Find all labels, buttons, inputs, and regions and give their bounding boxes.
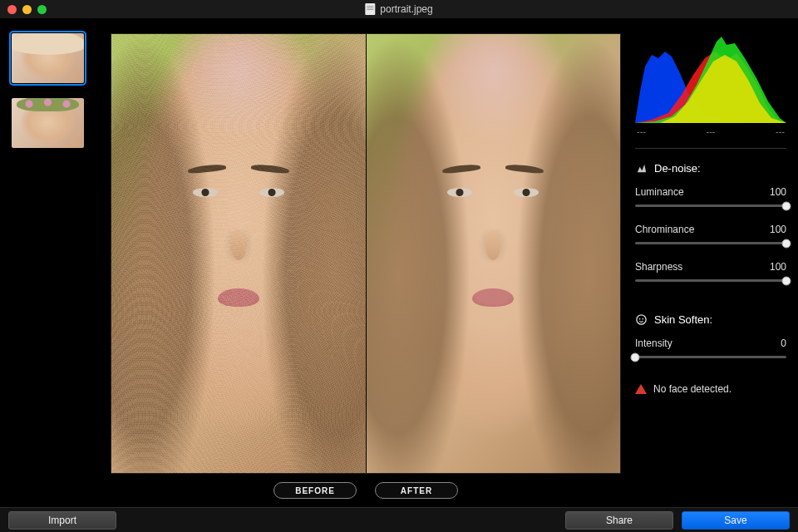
- denoise-icon: [635, 162, 648, 175]
- chrominance-slider-block: Chrominance 100: [635, 224, 786, 244]
- luminance-label: Luminance: [635, 186, 684, 198]
- histogram[interactable]: [635, 33, 786, 123]
- chrominance-slider[interactable]: [635, 242, 786, 244]
- share-button[interactable]: Share: [565, 511, 673, 530]
- filename-label: portrait.jpeg: [380, 3, 432, 15]
- sharpness-value: 100: [770, 261, 786, 273]
- sharpness-slider[interactable]: [635, 279, 786, 282]
- document-icon: [365, 3, 375, 15]
- luminance-slider-block: Luminance 100: [635, 186, 786, 207]
- canvas-area: BEFORE AFTER: [108, 18, 623, 507]
- luminance-slider[interactable]: [635, 204, 786, 207]
- skin-section-header: Skin Soften:: [635, 313, 786, 326]
- bottom-toolbar: Import Share Save: [0, 507, 798, 532]
- warning-icon: [635, 384, 647, 394]
- after-pane[interactable]: [366, 34, 621, 473]
- svg-point-2: [643, 318, 644, 320]
- warning-text: No face detected.: [653, 383, 732, 395]
- skin-title: Skin Soften:: [654, 313, 712, 326]
- denoise-title: De-noise:: [654, 162, 701, 175]
- intensity-slider[interactable]: [635, 356, 786, 358]
- face-warning: No face detected.: [635, 383, 786, 395]
- window-title: portrait.jpeg: [365, 3, 432, 15]
- histogram-labels: --- --- ---: [635, 123, 786, 136]
- intensity-label: Intensity: [635, 337, 672, 349]
- close-window-button[interactable]: [7, 5, 17, 14]
- intensity-slider-block: Intensity 0: [635, 337, 786, 358]
- controls-panel: --- --- --- De-noise: Luminance 100: [623, 18, 798, 507]
- sharpness-slider-block: Sharpness 100: [635, 261, 786, 282]
- before-button[interactable]: BEFORE: [273, 482, 357, 499]
- titlebar: portrait.jpeg: [0, 0, 798, 18]
- save-button[interactable]: Save: [682, 511, 790, 530]
- denoise-section-header: De-noise:: [635, 162, 786, 175]
- histogram-highlight-value: ---: [776, 126, 785, 136]
- import-button[interactable]: Import: [8, 511, 116, 530]
- minimize-window-button[interactable]: [22, 5, 32, 14]
- thumbnail-sidebar: [0, 18, 108, 507]
- chrominance-value: 100: [770, 224, 786, 235]
- before-pane[interactable]: [111, 34, 366, 473]
- intensity-value: 0: [781, 337, 786, 349]
- chrominance-label: Chrominance: [635, 224, 694, 235]
- compare-view: [111, 33, 621, 474]
- sharpness-label: Sharpness: [635, 261, 682, 273]
- histogram-mid-value: ---: [707, 126, 716, 136]
- histogram-shadow-value: ---: [637, 126, 646, 136]
- thumbnail-preview: [12, 33, 84, 83]
- luminance-value: 100: [770, 186, 786, 198]
- face-icon: [635, 313, 648, 326]
- svg-point-1: [639, 318, 641, 320]
- svg-point-0: [637, 315, 646, 324]
- after-button[interactable]: AFTER: [375, 482, 458, 499]
- thumbnail-item[interactable]: [12, 33, 84, 83]
- zoom-window-button[interactable]: [37, 5, 47, 14]
- thumbnail-preview: [12, 98, 84, 148]
- thumbnail-item[interactable]: [12, 98, 84, 148]
- window-controls: [0, 5, 47, 14]
